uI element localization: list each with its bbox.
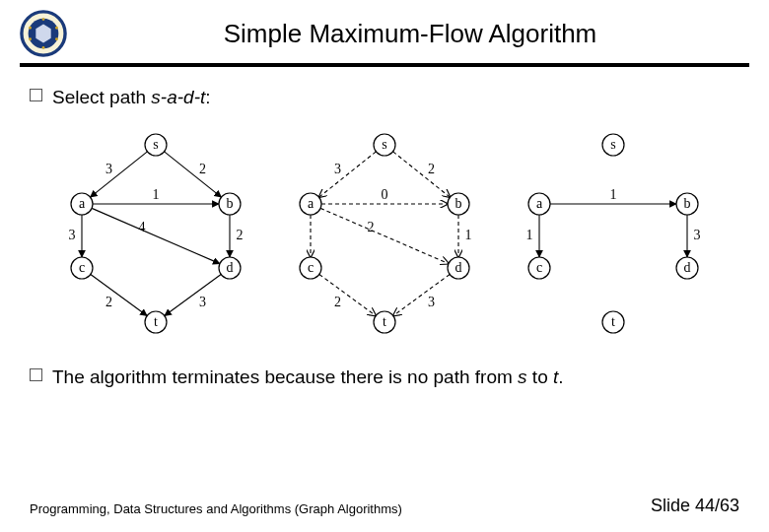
edge-weight-c-t: 2: [334, 294, 341, 308]
edge-s-b: [393, 152, 451, 197]
slide-label: Slide: [651, 496, 695, 515]
text: to: [527, 366, 553, 387]
node-label-a: a: [536, 196, 543, 211]
edge-weight-s-a: 3: [105, 162, 112, 176]
content: Select path s-a-d-t: 32134223sabcdt 3202…: [0, 67, 769, 389]
edge-weight-a-b: 1: [610, 187, 617, 202]
edge-weight-s-b: 2: [428, 162, 435, 176]
node-label-s: s: [153, 137, 158, 152]
edge-weight-s-a: 3: [334, 162, 341, 176]
edge-weight-s-b: 2: [199, 162, 206, 176]
node-label-d: d: [227, 260, 234, 275]
svg-point-2: [42, 18, 45, 21]
node-s: s: [518, 366, 527, 387]
edge-weight-a-b: 0: [382, 187, 388, 202]
svg-point-4: [55, 37, 58, 40]
edge-d-t: [393, 274, 450, 315]
svg-point-7: [29, 27, 32, 30]
node-label-a: a: [79, 196, 86, 211]
edge-weight-a-c: 3: [69, 227, 76, 241]
edge-c-t: [91, 274, 147, 315]
emblem-logo: [20, 10, 67, 57]
edge-weight-b-d: 1: [465, 227, 472, 241]
bullet-2: The algorithm terminates because there i…: [30, 365, 739, 390]
edge-weight-d-t: 3: [199, 294, 206, 308]
text: Select path: [52, 87, 151, 107]
edge-a-d: [92, 208, 220, 263]
graph-svg-1: 32134223sabcdt: [47, 120, 264, 337]
slide-number: 44/63: [695, 496, 739, 515]
header: Simple Maximum-Flow Algorithm: [0, 0, 769, 63]
edge-weight-c-t: 2: [105, 294, 112, 308]
edge-weight-b-d: 3: [694, 227, 701, 241]
edge-weight-d-t: 3: [428, 294, 435, 308]
node-label-c: c: [536, 260, 542, 275]
edge-weight-a-c: 1: [526, 227, 533, 241]
node-label-b: b: [455, 196, 462, 211]
edge-s-a: [319, 152, 377, 197]
edge-s-b: [165, 152, 222, 197]
node-label-t: t: [154, 314, 158, 329]
edge-weight-a-b: 1: [153, 187, 160, 202]
graphs-row: 32134223sabcdt 3202123sabcdt 113sabcdt: [47, 120, 722, 337]
node-label-c: c: [79, 260, 85, 275]
footer-right: Slide 44/63: [651, 496, 739, 516]
edge-s-a: [91, 152, 148, 197]
node-label-t: t: [611, 314, 615, 329]
svg-point-6: [29, 37, 32, 40]
edge-weight-a-d: 4: [139, 219, 146, 233]
svg-point-5: [42, 46, 45, 49]
bullet-square-icon: [30, 368, 42, 381]
edge-a-d: [320, 208, 449, 263]
svg-point-3: [55, 27, 58, 30]
node-label-a: a: [308, 196, 315, 211]
footer-left: Programming, Data Structures and Algorit…: [30, 501, 402, 516]
text: .: [558, 366, 563, 387]
edge-weight-a-d: 2: [368, 219, 375, 233]
bullet-2-text: The algorithm terminates because there i…: [52, 365, 564, 390]
graph-svg-2: 3202123sabcdt: [276, 120, 493, 337]
edge-d-t: [165, 274, 221, 315]
node-label-b: b: [684, 196, 691, 211]
bullet-square-icon: [30, 89, 42, 101]
path-name: s-a-d-t: [151, 87, 205, 107]
edge-c-t: [319, 274, 376, 315]
edge-weight-b-d: 2: [237, 227, 244, 241]
node-label-s: s: [382, 137, 386, 152]
page-title: Simple Maximum-Flow Algorithm: [71, 19, 749, 49]
graph-svg-3: 113sabcdt: [505, 120, 722, 337]
node-label-b: b: [227, 196, 234, 211]
node-label-s: s: [610, 137, 615, 152]
text: :: [205, 87, 210, 107]
node-label-t: t: [383, 314, 386, 329]
text: The algorithm terminates because there i…: [52, 366, 518, 387]
bullet-1: Select path s-a-d-t:: [30, 85, 739, 110]
node-label-d: d: [455, 260, 462, 275]
node-label-d: d: [684, 260, 691, 275]
node-label-c: c: [308, 260, 314, 275]
bullet-1-text: Select path s-a-d-t:: [52, 85, 211, 110]
footer: Programming, Data Structures and Algorit…: [30, 496, 739, 516]
